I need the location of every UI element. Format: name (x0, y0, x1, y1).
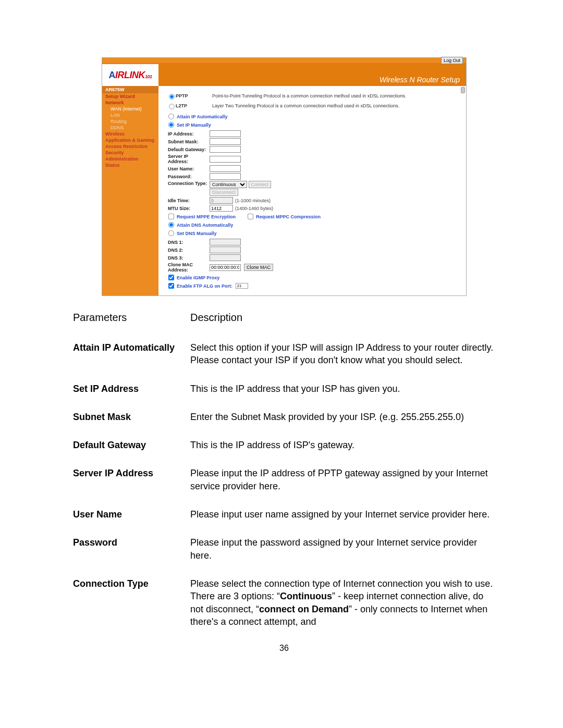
set-ip-manually-radio[interactable] (168, 122, 174, 128)
l2tp-label: L2TP (176, 103, 212, 108)
clone-mac-input[interactable] (210, 264, 241, 271)
param-desc: Please input user name assigned by your … (190, 508, 495, 521)
param-desc: This is the IP address of ISP's gateway. (190, 439, 495, 451)
param-name: Set IP Address (73, 382, 190, 395)
param-desc: This is the IP address that your ISP has… (190, 382, 495, 395)
param-desc: Enter the Subnet Mask provided by your I… (190, 411, 495, 423)
dns-manual-radio[interactable] (168, 230, 174, 236)
attain-ip-auto-radio[interactable] (168, 114, 174, 119)
nav-setup-wizard[interactable]: Setup Wizard (102, 93, 158, 100)
dns3-input[interactable] (210, 254, 241, 261)
router-admin-screenshot: Log Out AIRLINK101 Wireless N Router Set… (102, 57, 467, 296)
subnet-mask-label: Subnet Mask: (168, 139, 210, 144)
dns-auto-label: Attain DNS Automatically (177, 223, 233, 228)
password-input[interactable] (210, 173, 241, 180)
nav-lan[interactable]: LAN (102, 112, 158, 118)
top-strip: Log Out (102, 58, 466, 64)
mtu-input[interactable] (210, 205, 233, 212)
nav-app-gaming[interactable]: Application & Gaming (102, 137, 158, 143)
nav-wan[interactable]: WAN (Internet) (102, 106, 158, 112)
banner-title: Wireless N Router Setup (158, 64, 466, 86)
username-label: User Name: (168, 166, 210, 171)
pptp-label: PPTP (176, 93, 212, 98)
server-ip-input[interactable] (210, 156, 241, 163)
column-header-parameters: Parameters (73, 312, 190, 324)
dns1-label: DNS 1: (168, 240, 210, 245)
param-name: Subnet Mask (73, 411, 190, 423)
param-row: Default Gateway This is the IP address o… (73, 439, 495, 451)
scroll-up-icon[interactable] (461, 87, 465, 93)
ftp-alg-checkbox[interactable] (168, 283, 174, 289)
nav-status[interactable]: Status (102, 162, 158, 168)
set-ip-manually-label: Set IP Manually (177, 122, 211, 128)
param-row: Subnet Mask Enter the Subnet Mask provid… (73, 411, 495, 423)
disconnect-button[interactable]: Disconnect (210, 189, 238, 196)
param-name: Default Gateway (73, 439, 190, 451)
model-label: AR675W (102, 86, 158, 93)
mtu-hint: (1400-1460 bytes) (235, 206, 273, 211)
password-label: Password: (168, 174, 210, 179)
pptp-radio[interactable] (169, 94, 174, 99)
username-input[interactable] (210, 165, 241, 172)
pptp-desc: Point-to-Point Tunneling Protocol is a c… (212, 93, 457, 99)
param-row: Attain IP Automatically Select this opti… (73, 341, 495, 367)
ip-address-input[interactable] (210, 130, 241, 137)
conn-type-select[interactable]: Continuous (210, 181, 247, 188)
default-gateway-input[interactable] (210, 146, 241, 153)
subnet-mask-input[interactable] (210, 138, 241, 145)
connect-button[interactable]: Connect (249, 181, 272, 188)
settings-panel: PPTP Point-to-Point Tunneling Protocol i… (158, 86, 466, 295)
igmp-checkbox[interactable] (168, 275, 174, 280)
mppc-label: Request MPPC Compression (256, 214, 321, 219)
param-row: Password Please input the password assig… (73, 536, 495, 562)
param-desc: Please select the connection type of Int… (190, 577, 495, 628)
clone-mac-label: Clone MAC Address: (168, 262, 210, 273)
mppe-checkbox[interactable] (168, 214, 174, 219)
nav-access-restriction[interactable]: Access Restriction (102, 143, 158, 150)
ftp-alg-port-input[interactable] (236, 283, 248, 289)
ftp-alg-label: Enable FTP ALG on Port: (177, 283, 232, 289)
nav-wireless[interactable]: Wireless (102, 131, 158, 137)
dns-manual-label: Set DNS Manually (177, 231, 217, 236)
param-name: Connection Type (73, 577, 190, 628)
param-name: Attain IP Automatically (73, 341, 190, 367)
param-row: Connection Type Please select the connec… (73, 577, 495, 628)
param-row: User Name Please input user name assigne… (73, 508, 495, 521)
param-name: Server IP Address (73, 467, 190, 492)
nav-ddns[interactable]: DDNS (102, 125, 158, 131)
server-ip-label: Server IP Address: (168, 154, 210, 164)
param-name: User Name (73, 508, 190, 521)
brand-logo: AIRLINK101 (102, 64, 158, 86)
default-gateway-label: Default Gateway: (168, 147, 210, 152)
clone-mac-button[interactable]: Clone MAC (244, 264, 273, 271)
param-desc: Please input the IP address of PPTP gate… (190, 467, 495, 492)
dns3-label: DNS 3: (168, 255, 210, 261)
conn-type-label: Connection Type: (168, 181, 210, 186)
mppc-checkbox[interactable] (248, 214, 253, 219)
idle-time-input[interactable] (210, 197, 233, 204)
dns2-input[interactable] (210, 246, 241, 253)
igmp-label: Enable IGMP Proxy (177, 275, 219, 280)
dns-auto-radio[interactable] (168, 222, 174, 228)
param-name: Password (73, 536, 190, 562)
nav-network[interactable]: Network (102, 100, 158, 106)
page-number: 36 (73, 644, 495, 653)
idle-time-hint: (1-1000 minutes) (235, 198, 271, 203)
attain-ip-auto-label: Attain IP Automatically (177, 114, 228, 119)
nav-sidebar: AR675W Setup Wizard Network WAN (Interne… (102, 86, 158, 295)
l2tp-radio[interactable] (169, 104, 174, 109)
dns1-input[interactable] (210, 239, 241, 245)
mtu-label: MTU Size: (168, 206, 210, 211)
param-row: Server IP Address Please input the IP ad… (73, 467, 495, 492)
nav-routing[interactable]: Routing (102, 118, 158, 125)
mppe-label: Request MPPE Encryption (177, 214, 236, 219)
column-header-description: Description (190, 312, 242, 324)
parameters-section: Parameters Description Attain IP Automat… (73, 312, 495, 628)
logout-button[interactable]: Log Out (441, 57, 463, 64)
param-row: Set IP Address This is the IP address th… (73, 382, 495, 395)
dns2-label: DNS 2: (168, 248, 210, 253)
nav-security[interactable]: Security (102, 150, 158, 156)
ip-address-label: IP Address: (168, 131, 210, 137)
param-desc: Please input the password assigned by yo… (190, 536, 495, 562)
nav-administration[interactable]: Administration (102, 156, 158, 162)
